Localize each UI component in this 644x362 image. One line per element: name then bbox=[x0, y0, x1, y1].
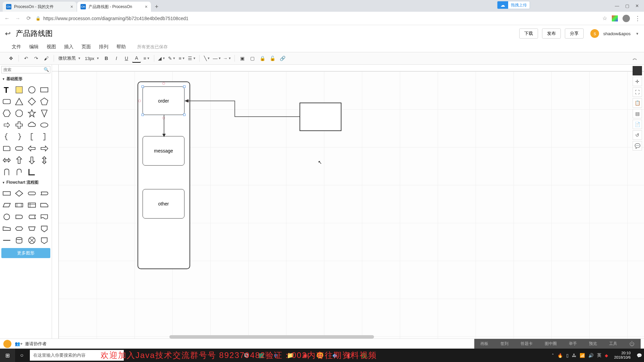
line-type-button[interactable]: —▼ bbox=[213, 54, 221, 63]
shape-internal[interactable] bbox=[26, 199, 37, 210]
shape-display[interactable] bbox=[39, 188, 50, 199]
notifications-icon[interactable]: 💬 bbox=[637, 353, 642, 358]
publish-button[interactable]: 发布 bbox=[542, 28, 561, 39]
shape-arrow-updown[interactable] bbox=[39, 155, 50, 166]
shape-arrow-block[interactable] bbox=[1, 119, 12, 130]
canvas[interactable]: order message other bbox=[59, 71, 644, 339]
fit-icon[interactable]: ⛶ bbox=[633, 87, 642, 97]
shape-terminator[interactable] bbox=[26, 188, 37, 199]
cursor-tool-icon[interactable]: ✥ bbox=[7, 54, 15, 63]
avatar[interactable]: s bbox=[590, 29, 599, 38]
ime-indicator[interactable]: 英 bbox=[597, 352, 601, 358]
footer-tab[interactable]: 答题卡 bbox=[515, 339, 539, 349]
shape-u-turn-l[interactable] bbox=[1, 166, 12, 177]
clock[interactable]: 20:10 2018/10/6 bbox=[611, 351, 633, 360]
connection-point[interactable] bbox=[162, 82, 165, 85]
align-button[interactable]: ≡▼ bbox=[142, 54, 151, 63]
download-button[interactable]: 下载 bbox=[519, 28, 538, 39]
node-order[interactable]: order bbox=[143, 86, 184, 115]
bring-front-button[interactable]: ▣ bbox=[238, 54, 247, 63]
shape-prep[interactable] bbox=[14, 223, 25, 234]
shape-ellipse[interactable] bbox=[39, 119, 50, 130]
tray-chevron-icon[interactable]: ˄ bbox=[552, 353, 554, 358]
network-icon[interactable]: 🖧 bbox=[572, 353, 576, 358]
shape-arrow-up[interactable] bbox=[14, 155, 25, 166]
shape-manual[interactable] bbox=[1, 223, 12, 234]
send-back-button[interactable]: ▢ bbox=[248, 54, 257, 63]
group-flowchart[interactable]: ▼Flowchart 流程图 bbox=[0, 178, 52, 187]
close-button[interactable]: ✕ bbox=[635, 3, 639, 8]
link-button[interactable]: 🔗 bbox=[278, 54, 287, 63]
clipboard-icon[interactable]: 📋 bbox=[633, 98, 642, 108]
reload-button[interactable]: ⟳ bbox=[25, 15, 32, 21]
maximize-button[interactable]: ▢ bbox=[625, 3, 629, 8]
chevron-down-icon[interactable]: ▼ bbox=[636, 32, 639, 36]
node-other[interactable]: other bbox=[143, 189, 184, 219]
font-family-select[interactable]: 微软雅黑▼ bbox=[57, 55, 82, 62]
shape-diamond[interactable] bbox=[26, 96, 37, 107]
line-width-button[interactable]: ☰▼ bbox=[187, 54, 196, 63]
document-title[interactable]: 产品路线图 bbox=[16, 28, 53, 39]
more-shapes-button[interactable]: 更多图形 bbox=[1, 248, 50, 258]
resize-handle[interactable] bbox=[142, 85, 144, 88]
shape-bracket-r[interactable] bbox=[39, 131, 50, 142]
shape[interactable] bbox=[39, 166, 50, 177]
menu-help[interactable]: 帮助 bbox=[116, 44, 126, 50]
minimize-button[interactable]: — bbox=[615, 3, 619, 8]
power-icon[interactable]: ⏻ bbox=[623, 339, 641, 349]
shape-bracket-l[interactable] bbox=[26, 131, 37, 142]
footer-tab[interactable]: 签到 bbox=[494, 339, 515, 349]
share-button[interactable]: 分享 bbox=[565, 28, 584, 39]
collaborator-avatar[interactable] bbox=[3, 340, 11, 348]
border-color-button[interactable]: ✎▼ bbox=[167, 54, 176, 63]
shape-card[interactable] bbox=[1, 143, 12, 154]
shape-stored[interactable] bbox=[26, 211, 37, 222]
shape-arrow-right[interactable] bbox=[39, 143, 50, 154]
browser-tab[interactable]: On 产品路线图 - ProcessOn × bbox=[77, 2, 151, 12]
footer-tab[interactable]: 图中圈 bbox=[539, 339, 563, 349]
menu-edit[interactable]: 编辑 bbox=[29, 44, 39, 50]
font-size-select[interactable]: 13px▼ bbox=[84, 55, 101, 62]
shape-round-rect[interactable] bbox=[1, 96, 12, 107]
layers-icon[interactable]: ▤ bbox=[633, 109, 642, 118]
connector-style-button[interactable]: ╲▼ bbox=[203, 54, 211, 63]
shape-text[interactable]: T bbox=[1, 84, 12, 95]
shape-brace-r[interactable] bbox=[14, 131, 25, 142]
footer-tab[interactable]: 工具 bbox=[603, 339, 623, 349]
nav-minimap-icon[interactable] bbox=[633, 66, 642, 75]
shape-offpage[interactable] bbox=[39, 223, 50, 234]
shape-card2[interactable] bbox=[39, 199, 50, 210]
format-painter-icon[interactable]: 🖌 bbox=[42, 54, 51, 63]
shape-db[interactable] bbox=[14, 235, 25, 246]
node-empty[interactable] bbox=[300, 103, 341, 131]
menu-arrange[interactable]: 排列 bbox=[99, 44, 108, 50]
footer-tab[interactable]: 预览 bbox=[583, 339, 603, 349]
shape-arrow-left[interactable] bbox=[26, 143, 37, 154]
lock-button[interactable]: 🔒 bbox=[258, 54, 267, 63]
shape-triangle[interactable] bbox=[14, 96, 25, 107]
connection-point[interactable] bbox=[138, 100, 141, 102]
shape-arrow-bi[interactable] bbox=[1, 155, 12, 166]
shape-doc[interactable] bbox=[39, 211, 50, 222]
search-icon[interactable]: 🔍 bbox=[44, 67, 49, 72]
shape-data[interactable] bbox=[1, 199, 12, 210]
font-color-button[interactable]: A bbox=[132, 54, 141, 63]
shape-pill[interactable] bbox=[14, 143, 25, 154]
volume-icon[interactable]: 🔊 bbox=[588, 353, 594, 358]
menu-page[interactable]: 页面 bbox=[82, 44, 91, 50]
comment-icon[interactable]: 💬 bbox=[633, 141, 642, 150]
browser-tab[interactable]: On ProcessOn - 我的文件 × bbox=[3, 2, 76, 12]
shape-pentagon[interactable] bbox=[39, 96, 50, 107]
shape-rect[interactable] bbox=[39, 84, 50, 95]
cortana-icon[interactable]: ○ bbox=[15, 349, 29, 362]
connector[interactable] bbox=[162, 115, 166, 137]
shape-u-turn-r[interactable] bbox=[14, 166, 25, 177]
shape-star[interactable] bbox=[26, 108, 37, 119]
history-icon[interactable]: ↺ bbox=[633, 130, 642, 140]
shape-merge[interactable] bbox=[1, 235, 12, 246]
shape-or[interactable] bbox=[39, 235, 50, 246]
extension-badge[interactable]: ☁ 拖拽上传 bbox=[497, 1, 530, 9]
close-icon[interactable]: × bbox=[70, 4, 73, 9]
search-input[interactable] bbox=[1, 66, 50, 73]
shape-manualop[interactable] bbox=[26, 223, 37, 234]
